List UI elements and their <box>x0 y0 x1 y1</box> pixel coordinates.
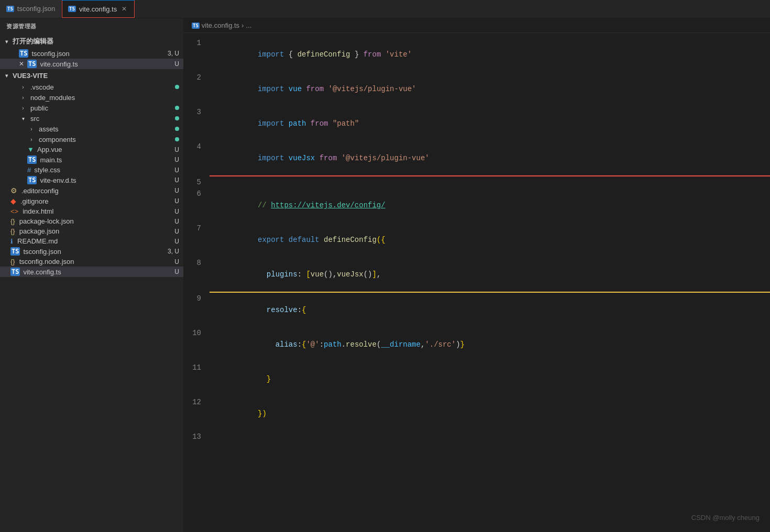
folder-chevron-icon: › <box>27 125 36 133</box>
tree-index-html[interactable]: <> index.html U <box>0 206 183 216</box>
tree-editorconfig[interactable]: ⚙ .editorconfig U <box>0 185 183 196</box>
tree-components[interactable]: › components <box>0 134 183 145</box>
code-line-12: 12 }) <box>183 396 770 431</box>
tree-style-css[interactable]: # style.css U <box>0 165 183 175</box>
code-line-13: 13 <box>183 431 770 442</box>
tree-main-ts[interactable]: TS main.ts U <box>0 154 183 165</box>
line-content-4: import vueJsx from '@vitejs/plugin-vue' <box>210 141 770 176</box>
tree-vite-config[interactable]: TS vite.config.ts U <box>0 267 183 277</box>
vue-icon: ▼ <box>27 146 34 153</box>
tree-public[interactable]: › public <box>0 103 183 113</box>
folder-chevron-icon: › <box>27 135 36 143</box>
line-num-10: 10 <box>183 327 210 339</box>
line-content-3: import path from "path" <box>210 106 770 141</box>
line-num-4: 4 <box>183 141 210 152</box>
tree-package-json[interactable]: {} package.json U <box>0 226 183 236</box>
line-content-2: import vue from '@vitejs/plugin-vue' <box>210 72 770 106</box>
ts-file-icon-vite: TS <box>27 60 37 68</box>
tree-vite-env-name: vite-env.d.ts <box>40 176 76 184</box>
line-content-12: }) <box>210 396 770 431</box>
tab-tsconfig-label: tsconfig.json <box>17 5 55 13</box>
app-vue-badge: U <box>174 146 179 153</box>
line-content-1: import { defineConfig } from 'vite' <box>210 37 770 72</box>
tree-readme[interactable]: ℹ README.md U <box>0 236 183 246</box>
tree-node-modules[interactable]: › node_modules <box>0 92 183 103</box>
tree-index-html-name: index.html <box>23 207 53 215</box>
ts-icon: TS <box>27 176 37 184</box>
code-line-5: 5 <box>183 176 770 188</box>
tree-tsconfig-node-name: tsconfig.node.json <box>19 258 74 265</box>
line-num-9: 9 <box>183 293 210 304</box>
line-content-11: } <box>210 362 770 396</box>
code-editor[interactable]: 1 import { defineConfig } from 'vite' 2 … <box>183 33 770 532</box>
open-editors-header[interactable]: ▾ 打开的编辑器 <box>0 35 183 48</box>
tree-assets-name: assets <box>39 125 59 133</box>
tree-vscode[interactable]: › .vscode <box>0 82 183 92</box>
editorconfig-badge: U <box>174 187 179 194</box>
tree-tsconfig[interactable]: TS tsconfig.json 3, U <box>0 246 183 257</box>
breadcrumb-sep: › <box>241 21 244 29</box>
tree-assets[interactable]: › assets <box>0 124 183 134</box>
line-content-13 <box>210 431 770 442</box>
tab-bar: TS tsconfig.json TS vite.config.ts ✕ <box>0 0 770 18</box>
code-line-4: 4 import vueJsx from '@vitejs/plugin-vue… <box>183 141 770 176</box>
json-icon: {} <box>10 217 15 225</box>
sidebar-title: 资源管理器 <box>0 18 183 35</box>
code-line-6: 6 // https://vitejs.dev/config/ <box>183 188 770 223</box>
main-layout: 资源管理器 ▾ 打开的编辑器 TS tsconfig.json 3, U ✕ T… <box>0 18 770 532</box>
tree-gitignore[interactable]: ◆ .gitignore U <box>0 196 183 206</box>
tsconfig-node-badge: U <box>174 258 179 265</box>
tree-vite-config-name: vite.config.ts <box>23 268 61 276</box>
tree-package-lock[interactable]: {} package-lock.json U <box>0 216 183 226</box>
readme-badge: U <box>174 238 179 245</box>
tab-tsconfig[interactable]: TS tsconfig.json <box>0 0 62 18</box>
modified-dot <box>175 127 179 131</box>
line-num-13: 13 <box>183 431 210 442</box>
tree-package-lock-name: package-lock.json <box>19 217 74 225</box>
ts-icon-active: TS <box>68 6 76 12</box>
tree-style-css-name: style.css <box>34 166 60 174</box>
watermark: CSDN @molly cheung <box>691 514 760 522</box>
open-file-vite[interactable]: ✕ TS vite.config.ts U <box>0 59 183 69</box>
code-line-1: 1 import { defineConfig } from 'vite' <box>183 37 770 72</box>
line-num-2: 2 <box>183 72 210 83</box>
tsconfig-badge: 3, U <box>168 50 179 57</box>
modified-dot <box>175 137 179 141</box>
tsconfig-tree-badge: 3, U <box>168 248 179 255</box>
code-line-8: 8 plugins: [vue(),vueJsx()], <box>183 257 770 293</box>
ts-icon: TS <box>10 268 20 276</box>
index-html-badge: U <box>174 208 179 215</box>
breadcrumb-ts-icon: TS <box>192 23 200 29</box>
line-content-5 <box>210 176 770 188</box>
tree-src[interactable]: ▾ src <box>0 113 183 124</box>
tree-app-vue[interactable]: ▼ App.vue U <box>0 145 183 154</box>
modified-dot <box>175 116 179 120</box>
tab-close-button[interactable]: ✕ <box>120 5 128 13</box>
tab-vite-config[interactable]: TS vite.config.ts ✕ <box>62 0 135 18</box>
open-file-tsconfig[interactable]: TS tsconfig.json 3, U <box>0 48 183 59</box>
close-icon-small[interactable]: ✕ <box>19 60 24 68</box>
line-content-9: resolve:{ <box>210 293 770 327</box>
main-ts-badge: U <box>174 156 179 163</box>
line-num-6: 6 <box>183 188 210 199</box>
breadcrumb-text: vite.config.ts <box>202 21 239 29</box>
line-num-7: 7 <box>183 223 210 234</box>
gear-icon: ⚙ <box>10 186 17 195</box>
line-num-11: 11 <box>183 362 210 373</box>
vite-config-badge: U <box>174 268 179 275</box>
tree-vite-env[interactable]: TS vite-env.d.ts U <box>0 175 183 185</box>
package-lock-badge: U <box>174 218 179 225</box>
code-line-2: 2 import vue from '@vitejs/plugin-vue' <box>183 72 770 106</box>
vite-env-badge: U <box>174 176 179 184</box>
project-header[interactable]: ▾ VUE3-VITE <box>0 69 183 82</box>
ts-icon: TS <box>10 247 20 256</box>
tree-tsconfig-name: tsconfig.json <box>23 248 61 256</box>
tree-src-name: src <box>30 115 39 123</box>
line-content-7: export default defineConfig({ <box>210 223 770 257</box>
tree-tsconfig-node[interactable]: {} tsconfig.node.json U <box>0 257 183 267</box>
project-chevron-icon: ▾ <box>2 71 10 80</box>
code-line-7: 7 export default defineConfig({ <box>183 223 770 257</box>
tree-public-name: public <box>30 104 48 112</box>
code-line-11: 11 } <box>183 362 770 396</box>
tree-node-modules-name: node_modules <box>30 94 75 102</box>
